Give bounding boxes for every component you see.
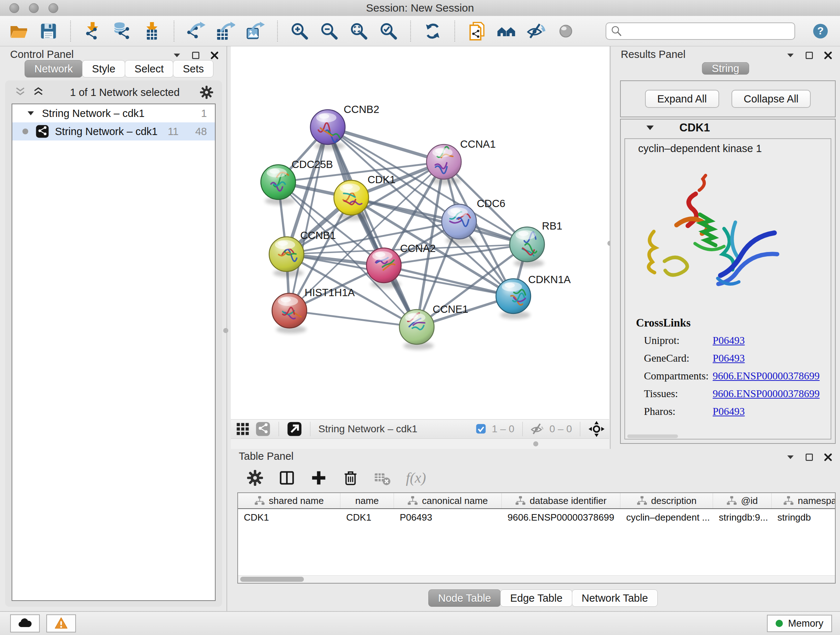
gene-details: cyclin–dependent kinase 1 — [624, 138, 831, 440]
crosslink-link[interactable]: 9606.ENSP00000378699 — [713, 388, 820, 400]
zoom-selected-icon[interactable] — [379, 22, 398, 41]
panel-float-icon[interactable] — [804, 50, 815, 61]
collapse-all-icon[interactable] — [14, 86, 27, 99]
panel-float-icon[interactable] — [190, 50, 201, 61]
network-collection-row[interactable]: String Network – cdk1 1 — [12, 104, 215, 122]
network-row[interactable]: String Network – cdk1 11 48 — [12, 122, 215, 141]
export-network-icon[interactable] — [187, 22, 205, 41]
panel-menu-icon[interactable] — [785, 452, 796, 463]
eye-icon[interactable] — [556, 22, 575, 41]
tab-edge-table[interactable]: Edge Table — [500, 589, 572, 607]
table-hscrollbar-thumb[interactable] — [240, 577, 304, 582]
crosslink-link[interactable]: P06493 — [713, 405, 745, 417]
network-overview-icon[interactable] — [256, 421, 271, 437]
control-panel-controls — [172, 50, 220, 61]
panel-close-icon[interactable] — [209, 50, 220, 61]
tree-column-icon — [726, 496, 737, 506]
tab-sets[interactable]: Sets — [173, 60, 213, 78]
crosslink-link[interactable]: P06493 — [713, 334, 745, 347]
collapse-all-button[interactable]: Collapse All — [731, 90, 811, 108]
edge[interactable] — [289, 310, 417, 327]
navbar-separator — [310, 422, 310, 436]
tab-network[interactable]: Network — [25, 60, 82, 78]
collection-count: 1 — [201, 108, 207, 119]
save-session-icon[interactable] — [39, 22, 58, 41]
cloud-status-button[interactable] — [10, 614, 40, 632]
column-header-shared-name[interactable]: shared name — [238, 493, 340, 508]
import-table-file-icon[interactable] — [142, 22, 161, 41]
gear-icon[interactable] — [200, 86, 213, 99]
network-view[interactable]: CCNB2CCNA1CDC25BCDK1CDC6RB1CCNB1CCNA2CDK… — [231, 46, 609, 419]
results-tab-string[interactable]: String — [702, 60, 749, 77]
control-panel: Control Panel NetworkStyleSelectSets 1 o… — [0, 46, 227, 611]
open-session-icon[interactable] — [9, 22, 28, 41]
search-input[interactable] — [625, 25, 791, 37]
birds-eye-grid-icon[interactable] — [235, 421, 250, 437]
table-panel-title: Table Panel — [239, 450, 294, 462]
panel-close-icon[interactable] — [823, 452, 834, 463]
memory-button[interactable]: Memory — [767, 615, 832, 632]
table-settings-icon[interactable] — [247, 470, 264, 486]
export-image-icon[interactable] — [246, 22, 265, 41]
column-header-description[interactable]: description — [621, 493, 713, 508]
houses-icon[interactable] — [497, 22, 516, 41]
table-row[interactable]: CDK1CDK1P064939606.ENSP00000378699cyclin… — [238, 509, 835, 526]
delete-column-icon[interactable] — [342, 470, 359, 486]
panel-close-icon[interactable] — [823, 50, 834, 61]
tab-select[interactable]: Select — [125, 60, 174, 78]
edge[interactable] — [328, 127, 444, 162]
left-splitter-grip[interactable] — [223, 328, 228, 333]
panel-menu-icon[interactable] — [785, 50, 796, 61]
hide-eye-icon[interactable] — [527, 22, 546, 41]
refresh-icon[interactable] — [423, 22, 442, 41]
zoom-fit-icon[interactable] — [349, 22, 368, 41]
toolbar-separator — [70, 21, 71, 42]
table-cell: CDK1 — [238, 509, 340, 526]
string-document-icon[interactable] — [467, 22, 486, 41]
show-columns-icon[interactable] — [279, 470, 295, 486]
selected-items-checkbox[interactable] — [476, 424, 486, 434]
panel-float-icon[interactable] — [804, 452, 815, 463]
horizontal-splitter[interactable] — [231, 439, 609, 449]
tab-node-table[interactable]: Node Table — [428, 589, 501, 607]
zoom-in-icon[interactable] — [290, 22, 309, 41]
column-header--id[interactable]: @id — [713, 493, 772, 508]
help-icon[interactable]: ? — [813, 23, 829, 39]
column-header-database-identifier[interactable]: database identifier — [502, 493, 621, 508]
crosslink-label: Uniprot: — [644, 334, 713, 347]
tree-column-icon — [515, 496, 526, 506]
add-column-icon[interactable] — [310, 470, 327, 486]
warnings-button[interactable] — [46, 614, 76, 632]
control-panel-tabs: NetworkStyleSelectSets — [25, 60, 213, 78]
expand-all-icon[interactable] — [32, 86, 45, 99]
expand-all-button[interactable]: Expand All — [645, 90, 719, 108]
zoom-out-icon[interactable] — [320, 22, 339, 41]
collection-expand-icon[interactable] — [26, 109, 35, 118]
column-header-label: description — [651, 495, 697, 507]
panel-menu-icon[interactable] — [172, 50, 182, 61]
column-header-canonical-name[interactable]: canonical name — [394, 493, 502, 508]
hidden-items-icon[interactable] — [531, 422, 545, 436]
crosslink-link[interactable]: P06493 — [713, 352, 745, 364]
splitter-grip[interactable] — [533, 441, 538, 447]
edge[interactable] — [289, 127, 328, 310]
table-hscrollbar[interactable] — [238, 575, 835, 583]
table-toolbar: f(x) — [247, 469, 426, 486]
cytoscape-window: Session: New Session ? Control Panel — [0, 0, 840, 635]
center-view-icon[interactable] — [588, 421, 605, 437]
tab-style[interactable]: Style — [82, 60, 125, 78]
gene-collapse-icon[interactable] — [645, 122, 655, 133]
tab-network-table[interactable]: Network Table — [572, 589, 658, 607]
results-scrollbar[interactable] — [627, 434, 678, 438]
column-header-name[interactable]: name — [340, 493, 394, 508]
import-network-database-icon[interactable] — [113, 22, 132, 41]
tree-column-icon — [254, 496, 265, 506]
gene-header[interactable]: CDK1 — [621, 119, 835, 136]
export-table-icon[interactable] — [216, 22, 235, 41]
column-header-namespace[interactable]: namespace — [772, 493, 836, 508]
import-network-file-icon[interactable] — [83, 22, 102, 41]
network-graph[interactable]: CCNB2CCNA1CDC25BCDK1CDC6RB1CCNB1CCNA2CDK… — [231, 46, 609, 419]
crosslink-link[interactable]: 9606.ENSP00000378699 — [713, 370, 820, 382]
table-cell: P06493 — [394, 509, 502, 526]
detach-view-icon[interactable] — [287, 421, 302, 437]
